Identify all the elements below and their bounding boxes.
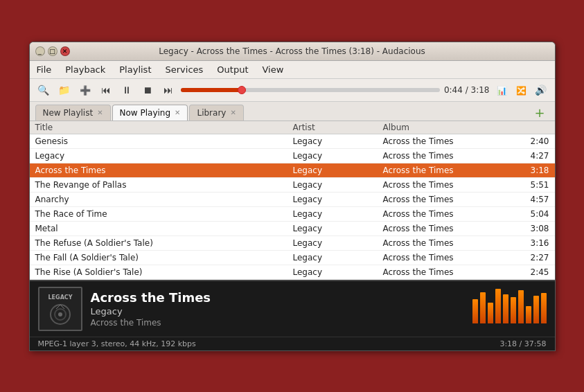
table-row[interactable]: Legacy Legacy Across the Times 4:27 <box>30 149 555 163</box>
table-row[interactable]: The Rise (A Soldier's Tale) Legacy Acros… <box>30 265 555 280</box>
stop-button[interactable] <box>139 82 156 98</box>
table-row[interactable]: The Revange of Pallas Legacy Across the … <box>30 178 555 193</box>
pause-button[interactable] <box>118 82 135 98</box>
vis-bar <box>480 292 486 323</box>
menu-playback[interactable]: Playback <box>62 63 108 76</box>
col-title: Title <box>35 123 293 132</box>
row-artist: Legacy <box>293 180 383 190</box>
vis-bar <box>503 294 508 323</box>
search-button[interactable] <box>35 82 52 98</box>
add-tab-button[interactable]: + <box>530 105 549 121</box>
row-album: Across the Times <box>383 238 508 248</box>
row-duration: 5:51 <box>508 180 549 190</box>
menu-playlist[interactable]: Playlist <box>116 63 154 76</box>
row-title: Anarchy <box>35 195 293 204</box>
row-album: Across the Times <box>383 209 508 219</box>
progress-knob[interactable] <box>238 86 246 94</box>
shuffle-button[interactable] <box>513 82 530 98</box>
tab-new-playlist[interactable]: New Playlist ✕ <box>35 105 111 121</box>
table-row[interactable]: Anarchy Legacy Across the Times 4:57 <box>30 193 555 207</box>
row-duration: 3:18 <box>508 166 549 175</box>
prev-icon <box>101 84 111 96</box>
row-artist: Legacy <box>293 238 383 248</box>
minimize-button[interactable]: _ <box>35 46 45 56</box>
col-album: Album <box>383 123 508 132</box>
album-art-inner: LEGACY <box>39 288 81 330</box>
tab-now-playing[interactable]: Now Playing ✕ <box>112 105 188 121</box>
vis-bar <box>472 299 478 323</box>
window-title: Legacy - Across the Times - Across the T… <box>70 46 515 56</box>
open-icon <box>58 84 70 96</box>
menu-file[interactable]: File <box>34 63 55 76</box>
row-artist: Legacy <box>293 253 383 262</box>
stop-icon <box>143 84 152 96</box>
playlist-header: Title Artist Album <box>30 121 555 134</box>
volume-button[interactable] <box>533 82 549 98</box>
row-title: The Refuse (A Soldier's Tale) <box>35 238 293 248</box>
tab-new-playlist-close[interactable]: ✕ <box>97 109 103 116</box>
row-duration: 3:08 <box>508 224 549 233</box>
maximize-button[interactable]: □ <box>48 46 57 56</box>
row-duration: 4:27 <box>508 151 549 161</box>
row-artist: Legacy <box>293 267 383 277</box>
table-row[interactable]: Genesis Legacy Across the Times 2:40 <box>30 134 555 149</box>
vis-bar <box>511 297 516 323</box>
menu-services[interactable]: Services <box>163 63 206 76</box>
np-artist: Legacy <box>91 306 464 317</box>
vis-bar <box>488 303 493 323</box>
table-row[interactable]: The Fall (A Soldier's Tale) Legacy Acros… <box>30 251 555 265</box>
row-duration: 2:45 <box>508 267 549 277</box>
pause-icon <box>122 84 132 96</box>
row-duration: 3:16 <box>508 238 549 248</box>
open-button[interactable] <box>56 82 73 98</box>
svg-point-4 <box>58 312 62 317</box>
shuffle-icon <box>516 84 527 96</box>
now-playing-footer: LEGACY Across the Times Legacy Across th… <box>30 280 555 337</box>
vis-bar <box>526 306 531 323</box>
row-album: Across the Times <box>383 253 508 262</box>
vis-bar <box>518 290 524 323</box>
row-title: Legacy <box>35 151 293 161</box>
table-row[interactable]: The Refuse (A Soldier's Tale) Legacy Acr… <box>30 236 555 251</box>
equalizer-button[interactable] <box>494 82 511 98</box>
close-button[interactable]: ✕ <box>60 46 70 56</box>
progress-bar[interactable] <box>181 88 440 92</box>
tab-library[interactable]: Library ✕ <box>189 105 243 121</box>
prev-button[interactable] <box>98 82 114 98</box>
window-controls: _ □ ✕ <box>35 46 70 56</box>
tab-now-playing-label: Now Playing <box>120 108 171 118</box>
row-title: The Fall (A Soldier's Tale) <box>35 253 293 262</box>
row-album: Across the Times <box>383 180 508 190</box>
row-title: Across the Times <box>35 166 293 175</box>
album-art-svg: LEGACY <box>39 288 81 330</box>
row-artist: Legacy <box>293 151 383 161</box>
add-button[interactable] <box>77 82 94 98</box>
menubar: File Playback Playlist Services Output V… <box>30 61 555 79</box>
row-album: Across the Times <box>383 166 508 175</box>
equalizer-icon <box>497 84 507 96</box>
col-artist: Artist <box>293 123 383 132</box>
row-artist: Legacy <box>293 195 383 204</box>
table-row[interactable]: Across the Times Legacy Across the Times… <box>30 163 555 178</box>
row-duration: 2:27 <box>508 253 549 262</box>
visualizer <box>472 292 547 326</box>
album-art: LEGACY <box>38 287 82 331</box>
tab-library-close[interactable]: ✕ <box>230 109 236 116</box>
row-title: Genesis <box>35 136 293 146</box>
tab-new-playlist-label: New Playlist <box>43 108 94 118</box>
menu-view[interactable]: View <box>260 63 287 76</box>
row-title: Metal <box>35 224 293 233</box>
add-icon <box>80 84 91 96</box>
vis-bar <box>533 296 539 323</box>
row-album: Across the Times <box>383 151 508 161</box>
next-button[interactable] <box>160 82 177 98</box>
titlebar: _ □ ✕ Legacy - Across the Times - Across… <box>30 42 555 61</box>
table-row[interactable]: Metal Legacy Across the Times 3:08 <box>30 222 555 236</box>
vis-bar <box>541 293 547 323</box>
row-artist: Legacy <box>293 209 383 219</box>
tab-now-playing-close[interactable]: ✕ <box>175 109 180 116</box>
toolbar-right <box>494 82 549 98</box>
menu-output[interactable]: Output <box>214 63 251 76</box>
progress-container[interactable] <box>181 88 440 92</box>
table-row[interactable]: The Race of Time Legacy Across the Times… <box>30 207 555 222</box>
